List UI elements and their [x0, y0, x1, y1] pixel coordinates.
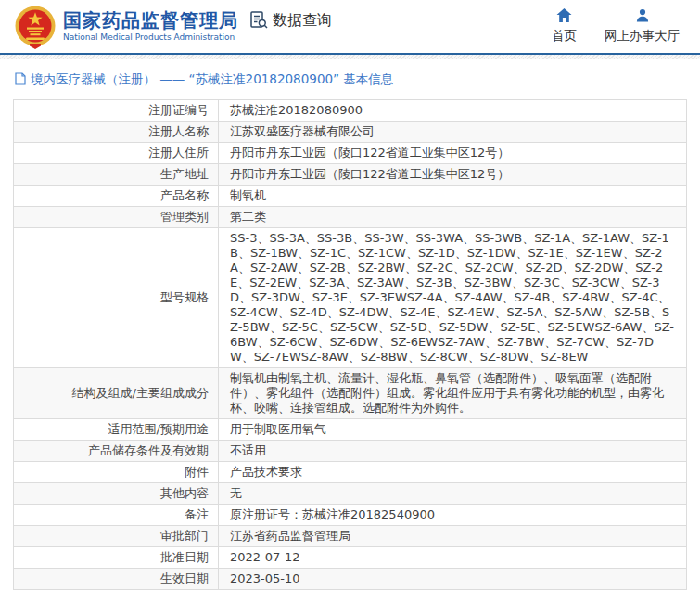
row-label: 附件	[14, 462, 219, 483]
table-row: 其他内容 无	[14, 483, 687, 505]
table-row: 批准日期 2022-07-12	[14, 547, 687, 569]
header-nav: 首页 网上办事大厅	[552, 8, 689, 45]
row-value: 第二类	[219, 207, 687, 228]
row-label: 批准日期	[14, 547, 219, 569]
table-row: 附件 产品技术要求	[14, 462, 687, 483]
row-label: 产品储存条件及有效期	[14, 441, 219, 462]
table-row: 备注 原注册证号：苏械注准20182540900	[14, 505, 687, 526]
row-label: 型号规格	[14, 228, 219, 368]
row-value: 2023-05-10	[219, 569, 687, 590]
row-label: 管理类别	[14, 207, 219, 228]
table-row-model-specs: 型号规格 SS-3、SS-3A、SS-3B、SS-3W、SS-3WA、SS-3W…	[14, 228, 687, 368]
row-label: 生产地址	[14, 164, 219, 186]
table-row: 审批部门 江苏省药品监督管理局	[14, 526, 687, 547]
user-icon	[635, 8, 650, 25]
table-row: 管理类别 第二类	[14, 207, 687, 228]
row-value: 苏械注准20182080900	[219, 100, 687, 122]
row-label: 注册证编号	[14, 100, 219, 122]
nav-item-label: 首页	[552, 28, 577, 45]
row-value: 丹阳市丹东工业园（陵口122省道工业集中区12号）	[219, 164, 687, 186]
agency-brand[interactable]: 国家药品监督管理局 National Medical Products Admi…	[15, 5, 238, 49]
table-row: 产品名称 制氧机	[14, 186, 687, 207]
row-value: 制氧机	[219, 186, 687, 207]
national-emblem-icon	[15, 5, 56, 49]
row-value: 无	[219, 483, 687, 505]
table-row-composition: 结构及组成/主要组成成分 制氧机由制氧主机、流量计、湿化瓶、鼻氧管（选配附件）、…	[14, 368, 687, 419]
row-value: 丹阳市丹东工业园（陵口122省道工业集中区12号）	[219, 143, 687, 164]
row-value: 原注册证号：苏械注准20182540900	[219, 505, 687, 526]
breadcrumb-text: 境内医疗器械（注册） —— “苏械注准20182080900” 基本信息	[31, 71, 393, 88]
row-label: 其他内容	[14, 483, 219, 505]
table-row: 生产地址 丹阳市丹东工业园（陵口122省道工业集中区12号）	[14, 164, 687, 186]
row-label: 适用范围/预期用途	[14, 419, 219, 441]
row-label: 备注	[14, 505, 219, 526]
row-value: 2022-07-12	[219, 547, 687, 569]
data-query-button[interactable]: 数据查询	[249, 10, 332, 32]
registration-info-table: 注册证编号 苏械注准20182080900 注册人名称 江苏双盛医疗器械有限公司…	[13, 99, 687, 590]
row-label: 结构及组成/主要组成成分	[14, 368, 219, 419]
nav-item-label: 网上办事大厅	[605, 28, 680, 45]
table-row: 注册人名称 江苏双盛医疗器械有限公司	[14, 122, 687, 143]
home-icon	[556, 8, 572, 25]
row-value: 江苏双盛医疗器械有限公司	[219, 122, 687, 143]
agency-name-cn: 国家药品监督管理局	[63, 10, 238, 31]
site-header: 国家药品监督管理局 National Medical Products Admi…	[0, 0, 700, 53]
table-row: 产品储存条件及有效期 不适用	[14, 441, 687, 462]
table-row: 注册人住所 丹阳市丹东工业园（陵口122省道工业集中区12号）	[14, 143, 687, 164]
row-label: 注册人名称	[14, 122, 219, 143]
row-value: 用于制取医用氧气	[219, 419, 687, 441]
data-query-label: 数据查询	[273, 11, 332, 31]
row-value: 产品技术要求	[219, 462, 687, 483]
row-value: SS-3、SS-3A、SS-3B、SS-3W、SS-3WA、SS-3WB、SZ-…	[219, 228, 687, 368]
row-value: 不适用	[219, 441, 687, 462]
agency-title-block: 国家药品监督管理局 National Medical Products Admi…	[63, 10, 238, 43]
row-value: 制氧机由制氧主机、流量计、湿化瓶、鼻氧管（选配附件）、吸氧面罩（选配附件）、雾化…	[219, 368, 687, 419]
table-row: 生效日期 2023-05-10	[14, 569, 687, 590]
agency-name-en: National Medical Products Administration	[63, 33, 238, 43]
row-value: 江苏省药品监督管理局	[219, 526, 687, 547]
breadcrumb: 境内医疗器械（注册） —— “苏械注准20182080900” 基本信息	[0, 59, 700, 97]
nav-item-service-hall[interactable]: 网上办事大厅	[605, 8, 680, 45]
table-row: 适用范围/预期用途 用于制取医用氧气	[14, 419, 687, 441]
row-label: 生效日期	[14, 569, 219, 590]
nav-item-home[interactable]: 首页	[552, 8, 577, 45]
table-row: 注册证编号 苏械注准20182080900	[14, 100, 687, 122]
row-label: 产品名称	[14, 186, 219, 207]
document-icon	[15, 72, 26, 88]
document-search-icon	[249, 10, 268, 32]
row-label: 注册人住所	[14, 143, 219, 164]
row-label: 审批部门	[14, 526, 219, 547]
